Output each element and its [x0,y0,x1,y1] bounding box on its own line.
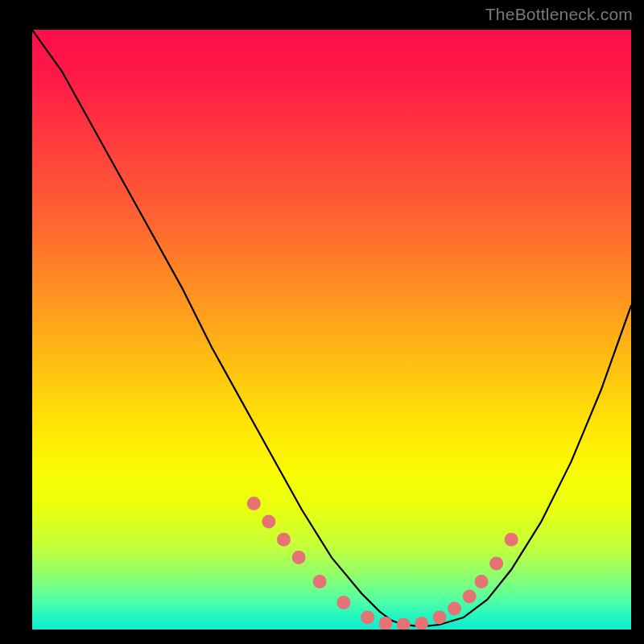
highlight-dot [448,601,461,615]
highlight-dot [463,590,477,604]
watermark-text: TheBottleneck.com [485,5,633,24]
highlight-dot [432,611,446,625]
highlight-dot [505,533,518,547]
highlight-dot [397,618,411,630]
curve-layer [32,30,631,630]
bottleneck-curve [32,30,631,626]
highlight-dot [292,551,306,564]
highlight-dot [336,596,350,609]
highlight-dot [361,611,374,625]
plot-area [32,30,631,630]
highlight-dots-group [247,497,518,630]
highlight-dot [262,514,275,528]
highlight-dot [313,575,327,588]
highlight-dot [489,557,503,571]
highlight-dot [415,617,428,630]
chart-frame: TheBottleneck.com [0,0,644,644]
highlight-dot [378,617,392,630]
highlight-dot [475,575,489,588]
highlight-dot [277,533,291,547]
highlight-dot [247,497,261,510]
